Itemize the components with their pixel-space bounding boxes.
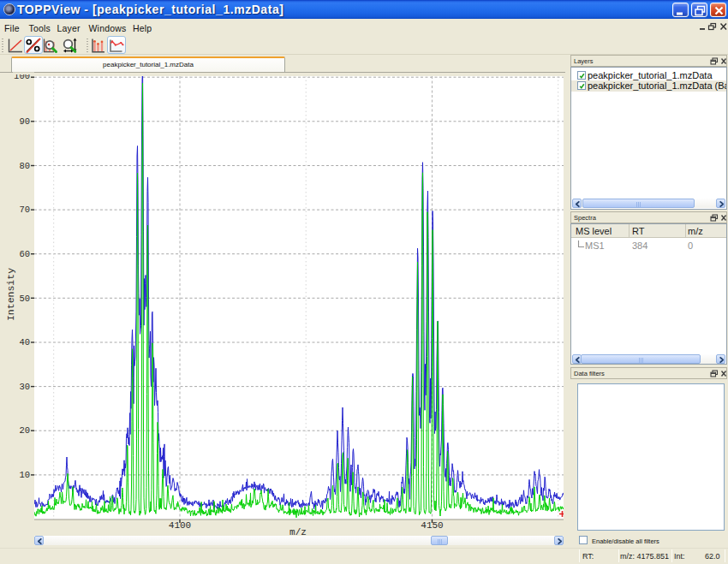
svg-text:50: 50 <box>19 294 30 304</box>
svg-text:4100: 4100 <box>169 520 191 531</box>
svg-text:40: 40 <box>19 337 30 347</box>
svg-text:Intensity: Intensity <box>5 268 16 321</box>
svg-text:80: 80 <box>19 161 30 171</box>
svg-text:10: 10 <box>19 470 30 480</box>
svg-text:60: 60 <box>19 249 30 259</box>
svg-text:m/z: m/z <box>289 527 307 536</box>
svg-text:30: 30 <box>19 382 30 392</box>
svg-text:90: 90 <box>19 116 30 127</box>
svg-text:4150: 4150 <box>421 520 443 531</box>
svg-text:70: 70 <box>19 205 30 215</box>
svg-text:20: 20 <box>19 425 30 436</box>
